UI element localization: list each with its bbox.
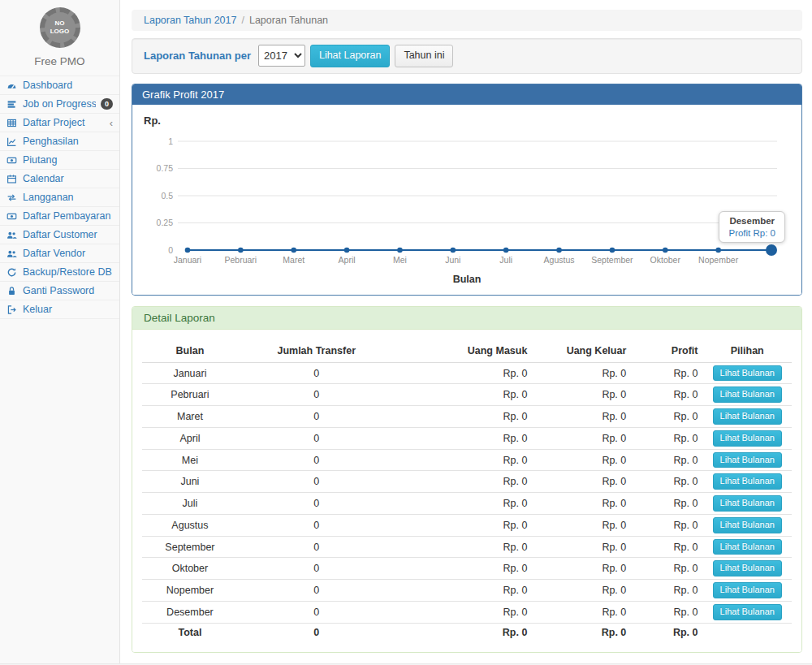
sidebar-item-penghasilan[interactable]: Penghasilan (0, 132, 119, 151)
sidebar-item-backup-restore-db[interactable]: Backup/Restore DB (0, 263, 119, 282)
this-year-button[interactable]: Tahun ini (395, 45, 453, 67)
svg-text:Maret: Maret (283, 255, 304, 265)
report-filter-bar: Laporan Tahunan per 2017 Lihat Laporan T… (132, 38, 802, 74)
svg-text:0: 0 (168, 244, 173, 254)
total-cell: Total (142, 623, 238, 642)
svg-text:September: September (591, 255, 633, 265)
svg-text:Mei: Mei (393, 255, 407, 265)
sidebar-item-daftar-vendor[interactable]: Daftar Vendor (0, 244, 119, 263)
view-monthly-button[interactable]: Lihat Bulanan (713, 560, 782, 576)
brand-name: Free PMO (0, 55, 119, 67)
breadcrumb-link[interactable]: Laporan Tahun 2017 (144, 15, 236, 26)
table-cell: 0 (238, 362, 395, 384)
table-cell: 0 (238, 536, 395, 558)
view-monthly-button[interactable]: Lihat Bulanan (713, 604, 782, 620)
svg-text:Januari: Januari (174, 255, 201, 265)
svg-text:April: April (339, 255, 356, 265)
table-row: April0Rp. 0Rp. 0Rp. 0Lihat Bulanan (142, 427, 792, 449)
svg-text:Oktober: Oktober (650, 255, 681, 265)
view-monthly-button[interactable]: Lihat Bulanan (713, 408, 782, 425)
table-icon (6, 118, 18, 128)
chevron-left-icon: ‹ (110, 118, 113, 128)
table-cell: 0 (238, 601, 395, 623)
logo-text: NO LOGO (48, 19, 72, 36)
column-header-5: Pilihan (702, 339, 792, 363)
table-cell: 0 (238, 384, 395, 406)
table-cell: 0 (238, 449, 395, 471)
sidebar-item-label: Daftar Customer (23, 229, 113, 240)
chart-y-axis-label: Rp. (144, 114, 792, 127)
table-cell: 0 (238, 580, 395, 602)
view-monthly-button[interactable]: Lihat Bulanan (713, 539, 782, 555)
table-cell: Rp. 0 (538, 514, 634, 536)
view-monthly-button[interactable]: Lihat Bulanan (713, 452, 782, 469)
money-icon (6, 211, 18, 222)
table-cell: Rp. 0 (634, 536, 702, 558)
table-cell: Rp. 0 (634, 601, 702, 623)
sidebar-item-label: Langganan (23, 192, 113, 203)
sidebar-item-piutang[interactable]: Piutang (0, 151, 119, 170)
lock-icon (6, 286, 18, 296)
table-cell: Rp. 0 (634, 406, 702, 428)
sidebar-item-daftar-pembayaran[interactable]: Daftar Pembayaran (0, 207, 119, 226)
calendar-icon (6, 174, 18, 184)
money-icon (6, 155, 18, 166)
table-cell: Rp. 0 (538, 558, 634, 580)
view-monthly-button[interactable]: Lihat Bulanan (713, 582, 782, 598)
view-monthly-button[interactable]: Lihat Bulanan (713, 517, 782, 533)
sidebar-item-langganan[interactable]: Langganan (0, 188, 119, 207)
table-cell: Rp. 0 (538, 580, 634, 602)
svg-text:Pebruari: Pebruari (225, 255, 257, 265)
table-row: Desember0Rp. 0Rp. 0Rp. 0Lihat Bulanan (142, 601, 792, 623)
logo-area: NO LOGO Free PMO (0, 0, 119, 76)
total-cell: Rp. 0 (634, 623, 702, 642)
table-cell: 0 (238, 558, 395, 580)
sidebar-item-label: Backup/Restore DB (23, 266, 113, 278)
table-cell: Rp. 0 (395, 471, 539, 493)
view-monthly-button[interactable]: Lihat Bulanan (713, 430, 782, 447)
table-cell: Rp. 0 (634, 427, 702, 449)
profit-chart-panel: Grafik Profit 2017 Rp. 00.250.50.751Janu… (132, 84, 802, 296)
sidebar-item-daftar-customer[interactable]: Daftar Customer (0, 226, 119, 244)
view-monthly-button[interactable]: Lihat Bulanan (713, 473, 782, 490)
view-monthly-button[interactable]: Lihat Bulanan (713, 386, 782, 403)
breadcrumb-current: Laporan Tahunan (249, 15, 328, 26)
app-window: NO LOGO Free PMO DashboardJob on Progres… (0, 0, 812, 663)
sidebar-item-daftar-project[interactable]: Daftar Project‹ (0, 114, 119, 132)
table-action-cell: Lihat Bulanan (702, 558, 792, 580)
view-monthly-button[interactable]: Lihat Bulanan (713, 495, 782, 512)
sidebar-item-label: Keluar (23, 304, 113, 315)
sidebar-item-dashboard[interactable]: Dashboard (0, 76, 119, 95)
table-cell: 0 (238, 493, 395, 515)
detail-table: BulanJumlah TransferUang MasukUang Kelua… (142, 339, 792, 643)
table-cell: Rp. 0 (395, 384, 539, 406)
table-cell: Rp. 0 (395, 493, 539, 515)
year-select[interactable]: 2017 (258, 45, 305, 67)
table-cell: Rp. 0 (395, 558, 539, 580)
sidebar-item-calendar[interactable]: Calendar (0, 170, 119, 188)
table-action-cell: Lihat Bulanan (702, 601, 792, 623)
table-row: Maret0Rp. 0Rp. 0Rp. 0Lihat Bulanan (142, 406, 792, 428)
no-logo-badge: NO LOGO (40, 7, 80, 48)
table-cell: Rp. 0 (395, 449, 539, 471)
view-report-button[interactable]: Lihat Laporan (310, 45, 390, 67)
table-row: Mei0Rp. 0Rp. 0Rp. 0Lihat Bulanan (142, 449, 792, 471)
table-cell: Rp. 0 (634, 514, 702, 536)
sign-out-icon (6, 304, 18, 315)
table-cell: Rp. 0 (395, 514, 539, 536)
total-cell: Rp. 0 (395, 623, 539, 642)
column-header-3: Uang Keluar (538, 339, 634, 363)
sidebar-item-ganti-password[interactable]: Ganti Password (0, 282, 119, 300)
sidebar-item-keluar[interactable]: Keluar (0, 300, 119, 319)
column-header-1: Jumlah Transfer (238, 339, 395, 363)
table-action-cell: Lihat Bulanan (702, 471, 792, 493)
tooltip-title: Desember (728, 216, 775, 226)
table-cell: Rp. 0 (538, 536, 634, 558)
table-row: Oktober0Rp. 0Rp. 0Rp. 0Lihat Bulanan (142, 558, 792, 580)
table-cell: Rp. 0 (538, 384, 634, 406)
view-monthly-button[interactable]: Lihat Bulanan (713, 365, 782, 382)
table-action-cell: Lihat Bulanan (702, 406, 792, 428)
sidebar-item-job-on-progress[interactable]: Job on Progress0 (0, 95, 119, 114)
table-cell: Maret (142, 406, 238, 428)
sidebar-item-label: Daftar Pembayaran (23, 210, 113, 222)
